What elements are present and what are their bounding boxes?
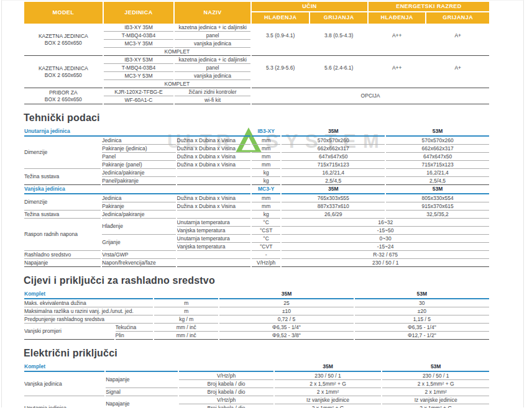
electric-table: Komplet 35M 53M Vanjska jedinica Napajan…: [23, 363, 490, 408]
value-53m-cell: 30: [355, 299, 489, 307]
model-cell: PRIBOR ZA BOX 2 650x650: [24, 88, 103, 104]
sub-label-cell: Napajanje: [106, 372, 178, 388]
value-35m-cell: 887x337x610: [282, 202, 385, 211]
table-row: Unutarnja jedinica Napajanje V/Hz/ph Iz …: [24, 396, 489, 404]
unit-name-cell: kazetna jedinica + ic daljinski: [175, 24, 250, 32]
desc-cell: [177, 177, 250, 185]
sub-label-cell: Tekućina: [116, 324, 154, 332]
col-35m: 35M: [219, 290, 353, 299]
unit-cell: m: [154, 299, 218, 307]
table-row: Težina sustava Jedinica/pakiranje kg 16,…: [24, 169, 489, 177]
value-53m-cell: 16,2/21,4: [386, 169, 489, 177]
table-row: PRIBOR ZA BOX 2 650x650 KJR-120X2-TFBG-E…: [24, 88, 489, 96]
opcija-cell: OPCIJA: [252, 88, 489, 104]
komplet-cell: KOMPLET: [104, 48, 250, 56]
value-35m-cell: Iz vanjske jedinice: [275, 396, 382, 404]
unit-name-cell: wi-fi kit: [175, 96, 250, 104]
desc-cell: Dužina x Dubina x Visina: [177, 137, 250, 145]
unit-cell: mm: [252, 137, 281, 145]
unit-name-cell: kazetna jedinica + ic daljinski: [175, 56, 250, 64]
sub-label-cell: Pakiranje: [102, 202, 175, 211]
value-35m-cell: 715x715x123: [282, 161, 385, 169]
value-53m-cell: 805x330x554: [386, 194, 489, 202]
value-35m-cell: 2 x 1,5mm² + G: [275, 380, 382, 388]
value-53m-cell: 2 x 1,5mm² + G: [382, 380, 489, 388]
table-row: Vanjska jedinica Napajanje V/Hz/ph 230 /…: [24, 372, 489, 380]
outdoor-header-row: Vanjska jedinica MC3-Y 35M 53M: [24, 185, 489, 194]
unit-code-cell: IB3-XY 53M: [104, 56, 174, 64]
section-title-electric: Električni priključci: [24, 348, 523, 359]
unit-code-cell: MC3-Y 53M: [104, 72, 174, 80]
value-35m-cell: Φ9,52 - 3/8": [219, 332, 353, 340]
outdoor-unit-table: Vanjska jedinica MC3-Y 35M 53M Dimenzije…: [23, 185, 490, 267]
label-cell: Predpunjenje rashladnog sredstva: [24, 315, 153, 324]
desc-cell: Dužina x Dubina x Visina: [177, 161, 250, 169]
value-shared-cell: 16~32: [282, 219, 489, 227]
value-53m-cell: 2,5/4,5: [386, 177, 489, 185]
value-53m-cell: 230 / 50 / 1: [382, 372, 489, 380]
sub-label-cell: Pakiranje (jedinica): [102, 145, 175, 153]
value-35m-cell: 16,2/21,4: [282, 169, 385, 177]
unit-cell: mm: [252, 145, 281, 153]
table-row: Maks. ekvivalentna dužina m 25 30: [24, 299, 489, 307]
electric-header-row: Komplet 35M 53M: [24, 363, 489, 372]
col-header-ucin-grijanja: GRIJANJA: [310, 12, 367, 24]
unit-cell: mm: [252, 194, 281, 202]
sub-label-cell: Jedinica: [102, 137, 175, 145]
table-row: Rashladno sredstvo Vrsta/GWP - R-32 / 67…: [24, 251, 489, 259]
value-shared-cell: R-32 / 675: [282, 251, 489, 259]
desc-cell: [177, 251, 250, 259]
col-53m: 53M: [386, 185, 489, 194]
spacer-cell: [252, 80, 489, 88]
sub-label-cell: Pakiranje (panel): [102, 161, 175, 169]
value-35m-cell: Φ6,35 - 1/4": [219, 324, 353, 332]
header-row-1: MODEL JEDINICA NAZIV UČIN ENERGETSKI RAZ…: [24, 2, 489, 12]
group-label-cell: Napajanje: [24, 259, 101, 267]
unit-cell: °CST: [252, 227, 281, 235]
table-row: Maksimalna razlika u razini vanj. jed./u…: [24, 307, 489, 315]
spacer-cell: [252, 48, 489, 56]
group-label-cell: Unutarnja jedinica: [24, 396, 104, 408]
unit-cell: °CVT: [252, 243, 281, 251]
value-35m-cell: 662x662x317: [282, 145, 385, 153]
indoor-unit-table: Unutarnja jedinica IB3-XY 35M 53M Dimenz…: [23, 127, 490, 185]
value-53m-cell: 915x370x615: [386, 202, 489, 211]
col-53m: 53M: [355, 290, 489, 299]
unit-cell: °C: [252, 235, 281, 243]
pipes-table: Komplet 35M 53M Maks. ekvivalentna dužin…: [23, 290, 490, 340]
col-header-ucin: UČIN: [252, 2, 367, 12]
desc-cell: [177, 211, 250, 219]
sub-label-cell: Plin: [116, 332, 154, 340]
desc-cell: Dužina x Dubina x Visina: [177, 202, 250, 211]
col-header-jedinica: JEDINICA: [104, 2, 174, 24]
sub-label-cell: Panel: [102, 153, 175, 161]
energy-class-cooling-cell: A++: [369, 24, 425, 48]
desc-cell: [177, 259, 250, 267]
unit-code-cell: IB3-XY 35M: [104, 24, 174, 32]
table-row: Dimenzije Jedinica Dužina x Dubina x Vis…: [24, 194, 489, 202]
value-35m-cell: ±10: [219, 307, 353, 315]
capacity-heating-cell: 3.8 (0.5-4.3): [310, 24, 367, 48]
table-title: Vanjska jedinica: [24, 185, 250, 194]
col-35m: 35M: [282, 185, 385, 194]
value-35m-cell: 230 / 50 / 1: [275, 372, 382, 380]
group-label-cell: Vanjska jedinica: [24, 372, 104, 396]
group-label-cell: Dimenzije: [24, 194, 101, 211]
desc-cell: V/Hz/ph: [179, 396, 273, 404]
value-shared-cell: -15~50: [282, 227, 489, 235]
sub-label-cell: Jedinica: [102, 194, 175, 202]
energy-class-heating-cell: A+: [426, 24, 489, 48]
value-35m-cell: 2 x 1mm² + G: [275, 404, 382, 408]
indoor-header-row: Unutarnja jedinica IB3-XY 35M 53M: [24, 127, 489, 137]
unit-name-cell: vanjska jedinica: [175, 40, 250, 48]
unit-cell: kg: [252, 169, 281, 177]
desc-cell: Broj kabela / dio: [179, 388, 273, 396]
table-row: Napajanje Napon/frekvencija/faze V/Hz/ph…: [24, 259, 489, 267]
value-53m-cell: 662x662x317: [386, 145, 489, 153]
col-header-model: MODEL: [24, 2, 103, 24]
col-53m: 53M: [382, 363, 489, 372]
value-53m-cell: 715x715x123: [386, 161, 489, 169]
unit-code-cell: MC3-Y 35M: [104, 40, 174, 48]
model-cell: KAZETNA JEDINICA BOX 2 650x650: [24, 24, 103, 56]
desc-cell: Dužina x Dubina x Visina: [177, 145, 250, 153]
